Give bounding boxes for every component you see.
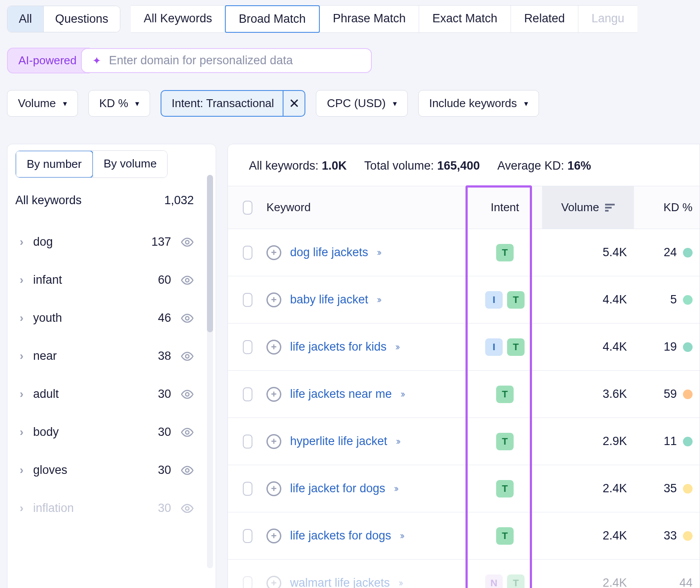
col-intent[interactable]: Intent	[468, 186, 542, 229]
sparkle-icon: ✦	[92, 55, 101, 67]
sidebar-item-count: 30	[158, 425, 171, 439]
filter-volume[interactable]: Volume ▾	[7, 90, 78, 117]
volume-value: 2.4K	[602, 576, 627, 588]
open-keyword-icon[interactable]: ››	[396, 436, 399, 447]
eye-icon[interactable]	[181, 313, 194, 323]
filter-intent[interactable]: Intent: Transactional ✕	[161, 90, 305, 117]
open-keyword-icon[interactable]: ››	[396, 341, 399, 353]
filter-cpc-label: CPC (USD)	[327, 97, 385, 110]
sidebar-item-count: 60	[158, 273, 171, 287]
tab-languages-truncated[interactable]: Langu	[578, 6, 637, 32]
row-checkbox[interactable]	[243, 576, 252, 588]
add-keyword-icon[interactable]: +	[266, 340, 281, 355]
add-keyword-icon[interactable]: +	[266, 529, 281, 543]
tab-broad-match[interactable]: Broad Match	[225, 5, 320, 33]
chevron-right-icon: ›	[20, 349, 24, 363]
col-keyword[interactable]: Keyword	[259, 186, 468, 229]
svg-point-1	[186, 278, 189, 282]
keyword-link[interactable]: hyperlite life jacket	[290, 435, 387, 448]
tab-questions[interactable]: Questions	[43, 6, 120, 32]
keyword-link[interactable]: baby life jacket	[290, 293, 368, 306]
sidebar-item-label: infant	[33, 273, 62, 287]
open-keyword-icon[interactable]: ››	[394, 483, 397, 494]
sidebar-item-label: dog	[33, 235, 53, 249]
eye-icon[interactable]	[181, 351, 194, 361]
close-icon[interactable]: ✕	[283, 91, 304, 116]
svg-rect-8	[605, 204, 615, 205]
open-keyword-icon[interactable]: ››	[377, 294, 380, 306]
sidebar-item-body[interactable]: ›body30	[7, 413, 216, 451]
mode-by-number[interactable]: By number	[15, 150, 93, 178]
col-kd[interactable]: KD %	[634, 186, 700, 229]
volume-value: 3.6K	[602, 387, 627, 401]
sidebar-item-count: 137	[151, 235, 171, 249]
row-checkbox[interactable]	[243, 529, 252, 543]
row-checkbox[interactable]	[243, 340, 252, 354]
eye-icon[interactable]	[181, 428, 194, 437]
sidebar-item-near[interactable]: ›near38	[7, 337, 216, 375]
sidebar-item-infant[interactable]: ›infant60	[7, 261, 216, 299]
add-keyword-icon[interactable]: +	[266, 434, 281, 449]
eye-icon[interactable]	[181, 275, 194, 285]
sidebar-item-label: inflation	[33, 501, 74, 515]
sidebar-item-youth[interactable]: ›youth46	[7, 299, 216, 337]
sidebar-item-dog[interactable]: ›dog137	[7, 223, 216, 261]
row-checkbox[interactable]	[243, 293, 252, 307]
ai-powered-chip: AI-powered	[7, 48, 90, 73]
ai-domain-input[interactable]	[108, 53, 362, 68]
keyword-link[interactable]: life jackets for dogs	[290, 529, 391, 543]
sidebar-item-adult[interactable]: ›adult30	[7, 375, 216, 413]
keyword-link[interactable]: walmart life jackets	[290, 576, 390, 588]
sidebar-item-inflation[interactable]: ›inflation30	[7, 489, 216, 527]
stat-all-keywords-label: All keywords:	[249, 159, 318, 172]
tab-all[interactable]: All	[7, 6, 43, 32]
add-keyword-icon[interactable]: +	[266, 576, 281, 588]
tab-related[interactable]: Related	[511, 6, 578, 32]
tab-all-keywords[interactable]: All Keywords	[131, 6, 225, 32]
keyword-link[interactable]: life jacket for dogs	[290, 482, 385, 495]
open-keyword-icon[interactable]: ››	[399, 578, 402, 588]
stat-total-volume-value: 165,400	[437, 159, 480, 172]
ai-domain-input-wrap[interactable]: ✦	[81, 48, 372, 73]
tab-exact-match[interactable]: Exact Match	[419, 6, 511, 32]
filter-include-keywords[interactable]: Include keywords ▾	[418, 90, 539, 117]
chevron-right-icon: ›	[20, 311, 24, 325]
keyword-link[interactable]: dog life jackets	[290, 246, 368, 259]
table-row: +walmart life jackets››NT2.4K44	[228, 560, 700, 588]
filter-include-label: Include keywords	[429, 97, 517, 110]
filter-volume-label: Volume	[18, 97, 56, 110]
svg-point-3	[186, 355, 189, 358]
kd-value: 24	[664, 246, 677, 259]
stats-row: All keywords: 1.0K Total volume: 165,400…	[228, 144, 700, 186]
row-checkbox[interactable]	[243, 387, 252, 401]
add-keyword-icon[interactable]: +	[266, 387, 281, 402]
sidebar-scroll-thumb[interactable]	[207, 175, 213, 332]
add-keyword-icon[interactable]: +	[266, 481, 281, 496]
keyword-link[interactable]: life jackets for kids	[290, 340, 387, 354]
sidebar-scrollbar[interactable]	[207, 175, 213, 568]
eye-icon[interactable]	[181, 237, 194, 247]
intent-badge-n: N	[485, 574, 503, 588]
eye-icon[interactable]	[181, 504, 194, 513]
mode-by-volume[interactable]: By volume	[93, 151, 167, 177]
chevron-right-icon: ›	[20, 273, 24, 287]
select-all-checkbox[interactable]	[243, 201, 252, 215]
tab-phrase-match[interactable]: Phrase Match	[319, 6, 419, 32]
open-keyword-icon[interactable]: ››	[401, 389, 404, 400]
open-keyword-icon[interactable]: ››	[400, 530, 403, 542]
col-volume[interactable]: Volume	[542, 186, 634, 229]
open-keyword-icon[interactable]: ››	[377, 247, 380, 258]
eye-icon[interactable]	[181, 390, 194, 399]
svg-point-6	[186, 469, 189, 472]
scope-segmented: All Questions	[7, 6, 120, 32]
row-checkbox[interactable]	[243, 482, 252, 496]
eye-icon[interactable]	[181, 466, 194, 475]
filter-cpc[interactable]: CPC (USD) ▾	[316, 90, 407, 117]
sidebar-item-gloves[interactable]: ›gloves30	[7, 451, 216, 489]
filter-kd[interactable]: KD % ▾	[88, 90, 150, 117]
add-keyword-icon[interactable]: +	[266, 292, 281, 307]
add-keyword-icon[interactable]: +	[266, 245, 281, 260]
row-checkbox[interactable]	[243, 246, 252, 260]
row-checkbox[interactable]	[243, 435, 252, 449]
keyword-link[interactable]: life jackets near me	[290, 387, 392, 401]
